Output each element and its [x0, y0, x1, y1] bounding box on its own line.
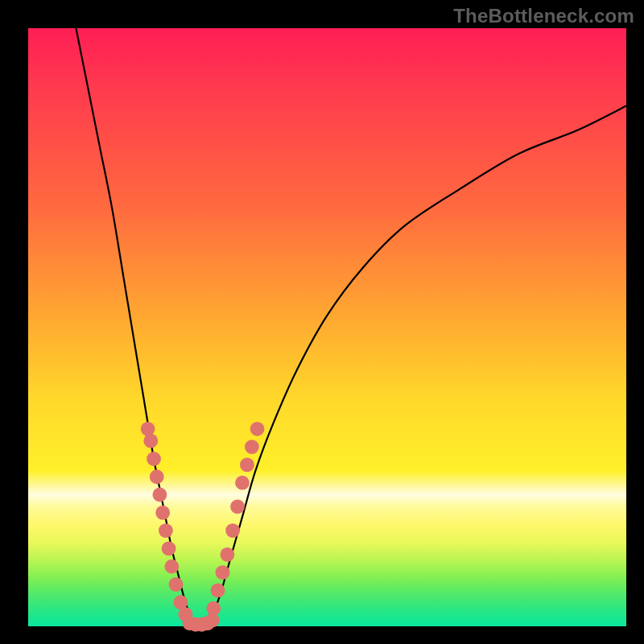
right-cluster-dot	[245, 440, 259, 454]
chart-svg	[28, 28, 626, 626]
left-cluster-dot	[153, 488, 167, 502]
watermark-text: TheBottleneck.com	[453, 5, 634, 27]
right-cluster-dot	[230, 499, 245, 514]
dot-layer	[141, 422, 265, 632]
left-cluster-dot	[143, 434, 158, 448]
right-cluster-dot	[225, 523, 240, 538]
left-cluster-dot	[141, 422, 155, 436]
left-curve	[76, 28, 196, 626]
left-cluster-dot	[155, 506, 170, 520]
right-cluster-dot	[211, 584, 225, 598]
left-cluster-dot	[159, 523, 173, 538]
right-cluster-dot	[221, 547, 235, 562]
left-cluster-dot	[150, 469, 164, 484]
curve-layer	[76, 28, 626, 626]
left-cluster-dot	[169, 577, 184, 592]
right-cluster-dot	[240, 457, 254, 472]
right-curve	[208, 106, 626, 626]
plot-area	[28, 28, 626, 626]
right-cluster-dot	[216, 565, 230, 580]
left-cluster-dot	[164, 559, 179, 574]
left-cluster-dot	[162, 541, 176, 555]
valley-floor-dot	[205, 613, 220, 628]
right-cluster-dot	[250, 422, 265, 436]
left-cluster-dot	[147, 452, 161, 466]
right-cluster-dot	[235, 476, 250, 490]
